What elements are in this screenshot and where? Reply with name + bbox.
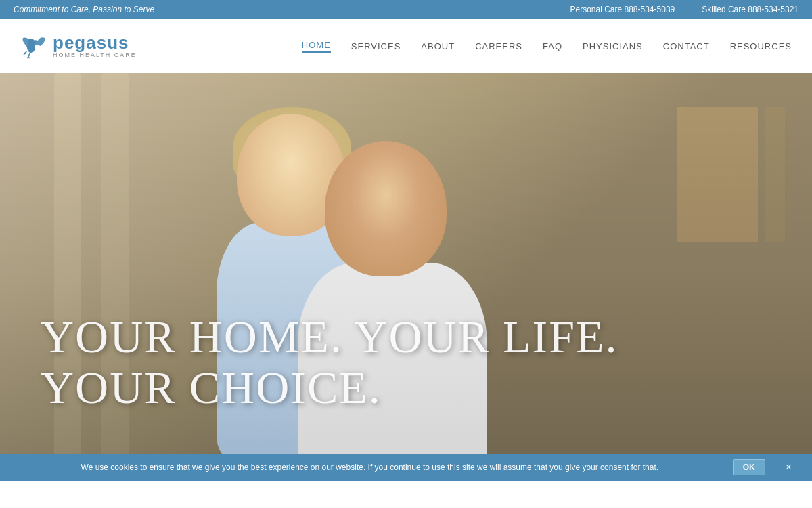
main-nav: HOME SERVICES ABOUT CAREERS FAQ PHYSICIA… — [302, 40, 792, 53]
header: pegasus HOME HEALTH CARE HOME SERVICES A… — [0, 19, 812, 73]
logo[interactable]: pegasus HOME HEALTH CARE — [20, 33, 137, 60]
svg-point-1 — [28, 39, 35, 45]
nav-careers[interactable]: CAREERS — [475, 41, 522, 51]
hero-line1: YOUR HOME. YOUR LIFE. — [41, 311, 618, 362]
cookie-message: We use cookies to ensure that we give yo… — [20, 463, 719, 472]
logo-subtitle: HOME HEALTH CARE — [53, 52, 137, 59]
hero-headline: YOUR HOME. YOUR LIFE. YOUR CHOICE. — [41, 312, 618, 413]
cookie-ok-button[interactable]: OK — [733, 459, 765, 475]
nav-services[interactable]: SERVICES — [351, 41, 401, 51]
hero-text: YOUR HOME. YOUR LIFE. YOUR CHOICE. — [41, 312, 618, 413]
cookie-close-button[interactable]: × — [786, 461, 792, 473]
logo-name: pegasus — [53, 33, 137, 53]
man-head — [325, 141, 447, 276]
nav-about[interactable]: ABOUT — [421, 41, 455, 51]
tagline: Commitment to Care, Passion to Serve — [14, 5, 154, 14]
hero-section: YOUR HOME. YOUR LIFE. YOUR CHOICE. We us… — [0, 73, 812, 481]
nav-physicians[interactable]: PHYSICIANS — [583, 41, 643, 51]
cookie-bar: We use cookies to ensure that we give yo… — [0, 454, 812, 481]
nav-faq[interactable]: FAQ — [543, 41, 562, 51]
nav-resources[interactable]: RESOURCES — [730, 41, 792, 51]
hero-line2: YOUR CHOICE. — [41, 362, 382, 413]
skilled-care-phone: Skilled Care 888-534-5321 — [702, 5, 798, 14]
logo-text-container: pegasus HOME HEALTH CARE — [53, 33, 137, 59]
nav-home[interactable]: HOME — [302, 40, 331, 53]
logo-icon — [20, 33, 47, 60]
top-bar: Commitment to Care, Passion to Serve Per… — [0, 0, 812, 19]
nav-contact[interactable]: CONTACT — [663, 41, 710, 51]
personal-care-phone: Personal Care 888-534-5039 — [570, 5, 675, 14]
